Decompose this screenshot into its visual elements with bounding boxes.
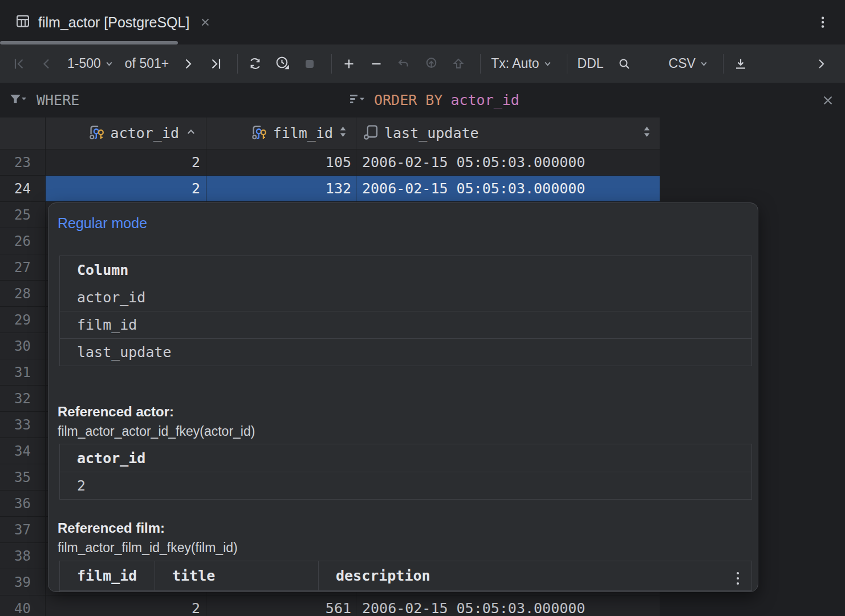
order-by-value: actor_id	[450, 92, 519, 108]
where-label: WHERE	[36, 92, 79, 108]
tab-options-kebab-icon[interactable]	[814, 14, 831, 31]
popup-more-kebab-icon[interactable]	[730, 570, 745, 588]
filter-funnel-icon	[8, 92, 29, 109]
download-button[interactable]	[729, 52, 752, 76]
tx-mode-label: Tx: Auto	[491, 56, 539, 71]
ddl-label: DDL	[578, 56, 604, 71]
last-page-button[interactable]	[204, 52, 227, 76]
submit-button[interactable]	[420, 52, 442, 76]
cell-last-update[interactable]: 2006-02-15 05:05:03.000000	[356, 149, 660, 176]
column-header-label: last_update	[384, 125, 479, 141]
reload-button[interactable]	[243, 52, 266, 76]
row-number-cell[interactable]: 34	[0, 438, 46, 464]
row-number-cell[interactable]: 28	[0, 281, 46, 307]
cell-film-id[interactable]: 105	[206, 149, 356, 176]
row-number-cell[interactable]: 25	[0, 202, 46, 228]
close-filter-icon[interactable]	[820, 92, 836, 108]
delete-row-button[interactable]	[365, 52, 388, 76]
cell-actor-id[interactable]: 2	[46, 149, 206, 176]
row-number-cell[interactable]: 32	[0, 386, 46, 412]
table-row[interactable]: 4025612006-02-15 05:05:03.000000	[0, 595, 660, 616]
row-number-cell[interactable]: 37	[0, 517, 46, 543]
columns-table-header: Column	[60, 256, 751, 283]
primary-foreign-key-icon	[251, 123, 268, 144]
grid-header-row: actor_id film_id	[0, 117, 660, 149]
where-filter-field[interactable]: WHERE	[8, 83, 79, 117]
export-format-dropdown[interactable]: CSV	[664, 52, 713, 76]
toolbar-more-button[interactable]	[810, 52, 832, 76]
row-number-cell[interactable]: 36	[0, 491, 46, 517]
row-number-cell[interactable]: 33	[0, 412, 46, 438]
regular-mode-link[interactable]: Regular mode	[58, 215, 147, 232]
column-icon	[362, 123, 379, 144]
chevron-down-icon	[543, 59, 552, 68]
referenced-film-header-film-id: film_id	[60, 561, 155, 591]
primary-foreign-key-icon	[88, 123, 105, 144]
first-page-button[interactable]	[8, 52, 31, 76]
toolbar-separator	[567, 54, 567, 74]
search-icon[interactable]	[613, 52, 636, 76]
popup-column-row: actor_id	[60, 283, 751, 311]
tx-mode-dropdown[interactable]: Tx: Auto	[486, 52, 556, 76]
grid-toolbar: 1-500 of 501+	[0, 44, 845, 83]
sort-lines-icon	[349, 92, 366, 109]
column-header-actor-id[interactable]: actor_id	[46, 117, 206, 149]
column-header-film-id[interactable]: film_id	[206, 117, 356, 149]
column-header-last-update[interactable]: last_update	[356, 117, 660, 149]
table-icon	[15, 13, 31, 31]
row-number-cell[interactable]: 27	[0, 254, 46, 281]
record-documentation-popup: Regular mode Column actor_idfilm_idlast_…	[48, 202, 758, 592]
row-number-cell[interactable]: 30	[0, 333, 46, 359]
order-by-field[interactable]: ORDER BY actor_id	[349, 83, 519, 117]
popup-column-row: film_id	[60, 311, 751, 338]
row-number-cell[interactable]: 38	[0, 543, 46, 569]
previous-page-button[interactable]	[35, 52, 58, 76]
filter-bar: WHERE ORDER BY actor_id	[0, 83, 845, 117]
row-number-cell[interactable]: 24	[0, 176, 46, 202]
revert-button[interactable]	[392, 52, 415, 76]
auto-refresh-clock-button[interactable]	[271, 52, 294, 76]
tab-close-icon[interactable]	[199, 16, 212, 29]
row-number-cell[interactable]: 23	[0, 149, 46, 176]
tab-film-actor[interactable]: film_actor [PostgreSQL]	[0, 0, 222, 44]
row-number-cell[interactable]: 35	[0, 464, 46, 491]
order-by-keyword: ORDER BY	[374, 92, 442, 108]
referenced-film-header-title: title	[155, 561, 319, 591]
add-row-button[interactable]	[338, 52, 360, 76]
cell-actor-id[interactable]: 2	[46, 176, 206, 202]
cell-last-update[interactable]: 2006-02-15 05:05:03.000000	[356, 595, 660, 616]
export-format-label: CSV	[669, 56, 696, 71]
toolbar-separator	[480, 54, 481, 74]
referenced-actor-title: Referenced actor:	[58, 404, 174, 420]
cell-film-id[interactable]: 132	[206, 176, 356, 202]
row-number-cell[interactable]: 29	[0, 307, 46, 333]
row-number-cell[interactable]: 31	[0, 359, 46, 386]
stop-button[interactable]	[298, 52, 321, 76]
cell-actor-id[interactable]: 2	[46, 595, 206, 616]
sort-both-icon	[338, 125, 348, 141]
chevron-down-icon	[105, 59, 113, 68]
referenced-film-title: Referenced film:	[58, 520, 165, 536]
referenced-film-header-description: description	[319, 561, 751, 591]
tab-bar: film_actor [PostgreSQL]	[0, 0, 845, 44]
referenced-film-fkey: film_actor_film_id_fkey(film_id)	[58, 540, 238, 556]
table-row[interactable]: 2421322006-02-15 05:05:03.000000	[0, 176, 660, 202]
toolbar-separator	[237, 54, 238, 74]
row-number-cell[interactable]: 40	[0, 595, 46, 616]
next-page-button[interactable]	[177, 52, 200, 76]
referenced-actor-value: 2	[60, 472, 751, 499]
column-header-label: film_id	[273, 125, 333, 141]
row-number-cell[interactable]: 39	[0, 569, 46, 595]
popup-column-row: last_update	[60, 338, 751, 366]
table-row[interactable]: 2321052006-02-15 05:05:03.000000	[0, 149, 660, 176]
upload-arrow-button[interactable]	[447, 52, 470, 76]
cell-last-update[interactable]: 2006-02-15 05:05:03.000000	[356, 176, 660, 202]
referenced-actor-table: actor_id 2	[59, 444, 752, 500]
ddl-button[interactable]: DDL	[573, 52, 608, 76]
total-rows-label: of 501+	[125, 56, 169, 71]
page-range-dropdown[interactable]: 1-500	[63, 52, 118, 76]
cell-film-id[interactable]: 561	[206, 595, 356, 616]
referenced-actor-header: actor_id	[60, 444, 751, 472]
column-header-label: actor_id	[111, 125, 179, 141]
row-number-cell[interactable]: 26	[0, 228, 46, 254]
